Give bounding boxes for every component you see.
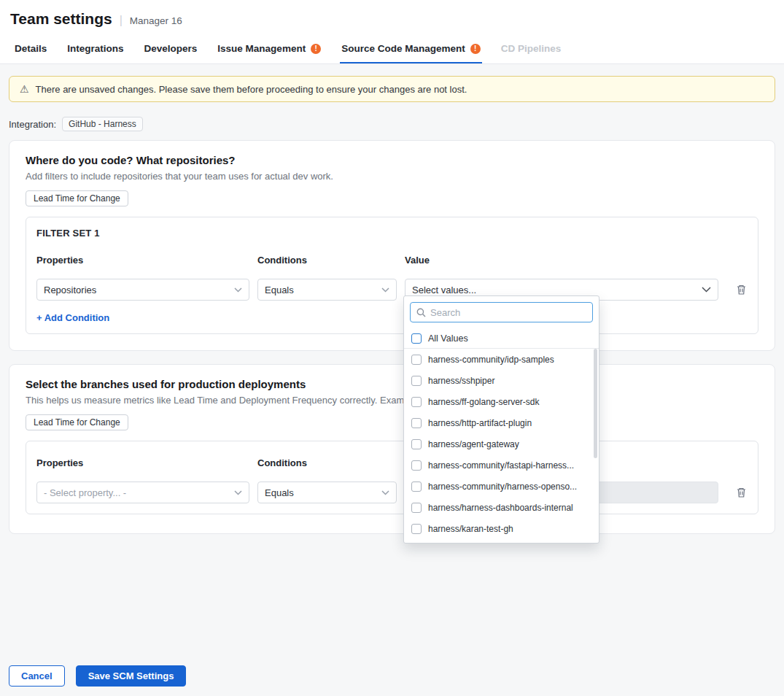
tab-developers[interactable]: Developers (143, 34, 199, 63)
tab-label: CD Pipelines (501, 43, 562, 54)
filter-set-box: FILTER SET 1 Properties Conditions Value… (26, 217, 758, 334)
integration-label: Integration: (9, 119, 56, 130)
option-label: harness/http-artifact-plugin (428, 418, 532, 428)
condition-select[interactable]: Equals (257, 279, 397, 301)
delete-filter-icon[interactable] (736, 487, 747, 498)
footer-actions: Cancel Save SCM Settings (9, 665, 186, 687)
alert-text: There are unsaved changes. Please save t… (36, 84, 467, 95)
property-select-placeholder: - Select property... - (44, 487, 126, 498)
dropdown-option[interactable]: harness-community/idp-samples (404, 349, 599, 370)
card-subtitle: Add filters to include repositories that… (26, 171, 758, 182)
dropdown-option[interactable]: harness/http-artifact-plugin (404, 412, 599, 433)
filter-set-box: Properties Conditions - Select property.… (26, 441, 758, 514)
unsaved-changes-alert: ⚠ There are unsaved changes. Please save… (9, 76, 775, 102)
tab-integrations[interactable]: Integrations (66, 34, 125, 63)
dropdown-scrollbar[interactable] (594, 349, 597, 458)
tab-label: Details (15, 43, 47, 54)
option-label: harness-community/idp-samples (428, 355, 554, 365)
checkbox-icon[interactable] (411, 376, 422, 386)
branches-card: Select the branches used for production … (9, 364, 775, 534)
option-label: harness/harness-dashboards-internal (428, 503, 573, 513)
integration-chip: GitHub - Harness (62, 117, 143, 131)
option-label: harness-community/fastapi-harness... (428, 460, 574, 471)
page-subtitle: Manager 16 (130, 15, 182, 26)
card-subtitle: This helps us measure metrics like Lead … (26, 395, 758, 406)
delete-filter-icon[interactable] (736, 284, 747, 295)
option-label: harness/karan-test-gh (428, 524, 513, 534)
tab-cd-pipelines: CD Pipelines (500, 34, 563, 63)
values-dropdown-panel: All Values harness-community/idp-samples… (403, 295, 599, 544)
chevron-down-icon (381, 490, 389, 495)
condition-select-value: Equals (265, 285, 294, 295)
option-label: harness/ff-golang-server-sdk (428, 397, 540, 407)
checkbox-icon[interactable] (411, 439, 422, 449)
property-select[interactable]: - Select property... - (36, 482, 249, 503)
page-title: Team settings (10, 10, 112, 28)
checkbox-icon[interactable] (411, 482, 422, 492)
tab-label: Issue Management (217, 43, 306, 54)
dropdown-option[interactable]: harness/harness-dashboards-internal (404, 497, 599, 518)
checkbox-icon[interactable] (411, 397, 422, 407)
tab-details[interactable]: Details (13, 34, 48, 63)
column-headers: Properties Conditions Value (36, 255, 748, 266)
lead-time-tag: Lead Time for Change (26, 414, 128, 430)
tab-label: Integrations (67, 43, 123, 54)
dropdown-search-box (410, 302, 593, 322)
property-select[interactable]: Repositories (36, 279, 249, 301)
tab-source-code-management[interactable]: Source Code Management ! (340, 34, 482, 63)
conditions-header: Conditions (257, 255, 397, 266)
dropdown-option[interactable]: harness-community/fastapi-harness... (404, 455, 599, 476)
dropdown-option[interactable]: harness/karan-test-gh (404, 518, 599, 539)
conditions-header: Conditions (257, 457, 397, 468)
team-settings-page: Team settings | Manager 16 Details Integ… (0, 0, 784, 696)
tab-label: Source Code Management (341, 43, 465, 54)
dropdown-option[interactable]: harness/ff-golang-server-sdk (404, 391, 599, 412)
column-headers: Properties Conditions (36, 457, 748, 468)
dropdown-option[interactable]: harness-community/harness-openso... (404, 476, 599, 497)
checkbox-icon[interactable] (411, 333, 422, 344)
checkbox-icon[interactable] (411, 503, 422, 513)
all-values-label: All Values (428, 333, 468, 344)
property-select-value: Repositories (44, 285, 96, 295)
filter-row: - Select property... - Equals (36, 482, 748, 503)
title-separator: | (120, 14, 123, 27)
dropdown-search-input[interactable] (430, 307, 586, 318)
chevron-down-icon (234, 287, 242, 293)
dropdown-option[interactable]: harness/… (404, 539, 599, 544)
add-condition-button[interactable]: + Add Condition (36, 312, 748, 323)
warning-badge-icon: ! (470, 44, 481, 54)
page-header: Team settings | Manager 16 (0, 0, 784, 34)
value-header: Value (405, 255, 718, 266)
properties-header: Properties (36, 255, 249, 266)
chevron-down-icon (702, 287, 711, 293)
dropdown-option[interactable]: harness/agent-gateway (404, 433, 599, 455)
checkbox-icon[interactable] (411, 418, 422, 428)
option-label: harness-community/harness-openso... (428, 482, 577, 492)
checkbox-icon[interactable] (411, 524, 422, 534)
checkbox-icon[interactable] (411, 355, 422, 365)
condition-select[interactable]: Equals (257, 482, 397, 503)
tab-bar: Details Integrations Developers Issue Ma… (0, 34, 784, 64)
search-icon (416, 308, 426, 317)
repositories-card: Where do you code? What repositories? Ad… (9, 140, 775, 351)
tab-issue-management[interactable]: Issue Management ! (216, 34, 322, 63)
all-values-option[interactable]: All Values (404, 328, 599, 349)
filter-set-title: FILTER SET 1 (36, 228, 748, 239)
cancel-button[interactable]: Cancel (9, 665, 65, 687)
integration-row: Integration: GitHub - Harness (9, 117, 775, 131)
properties-header: Properties (36, 457, 249, 468)
card-title: Select the branches used for production … (26, 378, 758, 390)
tab-label: Developers (144, 43, 198, 54)
chevron-down-icon (234, 490, 242, 495)
checkbox-icon[interactable] (411, 460, 422, 471)
lead-time-tag: Lead Time for Change (26, 190, 128, 206)
value-select-placeholder: Select values... (412, 285, 476, 295)
card-title: Where do you code? What repositories? (26, 154, 758, 166)
chevron-down-icon (381, 287, 389, 293)
option-label: harness/agent-gateway (428, 439, 519, 449)
dropdown-option[interactable]: harness/sshpiper (404, 370, 599, 391)
option-label: harness/sshpiper (428, 376, 494, 386)
condition-select-value: Equals (265, 487, 294, 498)
save-scm-settings-button[interactable]: Save SCM Settings (76, 665, 187, 687)
filter-row: Repositories Equals Select values... (36, 279, 748, 301)
